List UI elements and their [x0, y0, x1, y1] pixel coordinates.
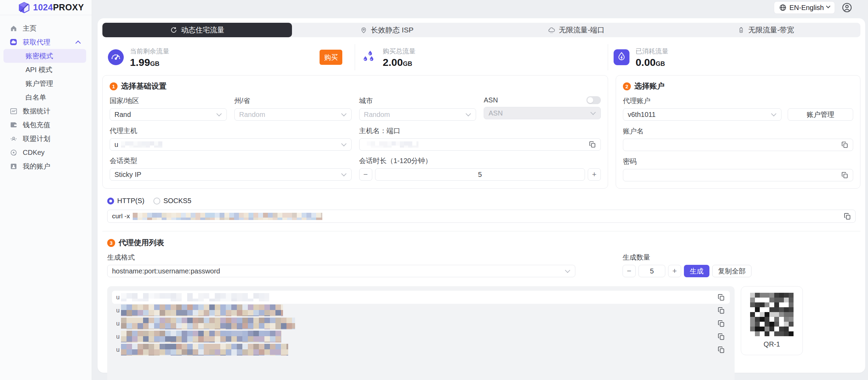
proxy-host-select[interactable]: u	[110, 138, 352, 151]
format-select[interactable]: hostname:port:username:password	[107, 265, 575, 277]
protocol-socks5-label: SOCKS5	[163, 197, 191, 205]
duration-plus-button[interactable]: +	[588, 168, 601, 181]
redacted-proxy-string	[121, 344, 288, 356]
account-manage-button[interactable]: 账户管理	[788, 108, 853, 121]
account-section-title: 2 选择账户	[623, 81, 853, 91]
copy-password-button[interactable]	[840, 171, 849, 180]
sidebar-item-wallet[interactable]: 钱包充值	[0, 118, 92, 132]
chart-icon	[9, 107, 18, 116]
step-badge: 3	[107, 239, 115, 247]
format-value: hostname:port:username:password	[112, 267, 220, 275]
protocol-socks5-option[interactable]: SOCKS5	[153, 197, 191, 205]
copy-all-button[interactable]: 复制全部	[712, 265, 751, 277]
generate-button[interactable]: 生成	[684, 265, 709, 277]
password-label: 密码	[623, 157, 853, 166]
id-card-icon	[9, 162, 18, 171]
proxy-list-row: u	[112, 304, 730, 317]
radio-selected-icon	[107, 198, 114, 204]
water-drops-icon	[361, 49, 376, 65]
sidebar-item-account-management[interactable]: 账户管理	[0, 77, 86, 90]
asn-toggle[interactable]	[586, 96, 601, 104]
section-divider	[102, 231, 860, 231]
redacted-host	[121, 141, 162, 148]
country-select[interactable]: Rand	[110, 108, 227, 121]
copy-row-button[interactable]	[717, 293, 726, 302]
proxy-list-section: 3 代理使用列表 生成格式 hostname:port:username:pas…	[107, 238, 856, 277]
proxy-list-row: u	[112, 317, 730, 330]
sidebar-item-label: 钱包充值	[23, 120, 50, 130]
user-avatar-button[interactable]	[841, 2, 853, 13]
buy-button[interactable]: 购买	[320, 50, 342, 65]
asn-select[interactable]: ASN	[484, 107, 601, 119]
radio-unselected-icon	[153, 198, 160, 204]
proxy-row-prefix: u	[116, 320, 120, 327]
state-select[interactable]: Random	[234, 108, 352, 121]
tab-label: 无限流量-端口	[559, 25, 605, 35]
stat-number: 1.99	[130, 57, 150, 68]
redacted-curl-command	[133, 213, 322, 220]
hostname-port-input[interactable]	[359, 138, 601, 151]
sidebar-item-api-mode[interactable]: API 模式	[0, 63, 86, 77]
qr-code-card[interactable]: QR-1	[741, 286, 803, 355]
count-plus-button[interactable]: +	[668, 265, 681, 277]
stat-label: 已消耗流量	[636, 47, 668, 56]
duration-minus-button[interactable]: −	[359, 168, 372, 181]
city-select[interactable]: Random	[359, 108, 476, 121]
chevron-up-icon	[75, 40, 81, 46]
product-tabbar: 动态住宅流量 长效静态 ISP 无限流量-端口 无限流量-带宽	[102, 23, 860, 37]
stat-text: 当前剩余流量 1.99GB	[130, 47, 169, 68]
password-input[interactable]	[623, 169, 853, 181]
language-selector[interactable]: EN-English	[774, 1, 835, 14]
tab-static-isp[interactable]: 长效静态 ISP	[292, 23, 482, 37]
curl-prefix: curl -x	[112, 212, 130, 220]
duration-value: 5	[478, 171, 482, 179]
copy-row-button[interactable]	[717, 306, 726, 315]
curl-command-row: curl -x	[107, 210, 856, 223]
sidebar-item-home[interactable]: 主页	[0, 21, 92, 35]
tab-dynamic-residential[interactable]: 动态住宅流量	[102, 23, 292, 37]
sidebar-item-label: 主页	[23, 24, 37, 33]
tab-label: 无限流量-带宽	[748, 25, 794, 35]
proxy-list-row: u	[112, 291, 730, 304]
copy-curl-button[interactable]	[843, 212, 852, 221]
sidebar-item-statistics[interactable]: 数据统计	[0, 104, 92, 118]
copy-row-button[interactable]	[717, 319, 726, 328]
duration-input[interactable]: 5	[375, 168, 585, 181]
count-minus-button[interactable]: −	[623, 265, 636, 277]
brand-name: 1024PROXY	[33, 2, 84, 12]
sidebar-item-my-account[interactable]: 我的账户	[0, 159, 92, 173]
results-row: u u u u	[107, 286, 856, 380]
sidebar-item-get-proxy[interactable]: 获取代理	[0, 35, 92, 49]
copy-row-button[interactable]	[717, 332, 726, 341]
redacted-hostname	[367, 141, 418, 148]
sidebar-item-label: 账户管理	[26, 79, 53, 88]
field-country: 国家/地区 Rand	[110, 96, 227, 121]
logo[interactable]: 1024PROXY	[0, 0, 92, 15]
proxy-row-prefix: u	[116, 346, 120, 353]
sidebar-item-whitelist[interactable]: 白名单	[0, 90, 86, 104]
city-label: 城市	[359, 96, 476, 106]
proxy-account-select[interactable]: v6th1011	[623, 108, 781, 121]
main-content-card: 动态住宅流量 长效静态 ISP 无限流量-端口 无限流量-带宽 当前剩余流量	[98, 18, 865, 373]
brand-rest: PROXY	[53, 2, 84, 12]
tab-label: 长效静态 ISP	[371, 25, 414, 35]
stat-text: 购买总流量 2.00GB	[383, 47, 415, 68]
sidebar-item-label: 账密模式	[26, 51, 53, 61]
copy-row-button[interactable]	[717, 345, 726, 354]
curl-command-field[interactable]: curl -x	[107, 210, 856, 223]
proxy-row-prefix: u	[116, 294, 120, 301]
copy-hostname-button[interactable]	[588, 140, 597, 149]
count-input[interactable]: 5	[638, 265, 665, 277]
tab-unlimited-port[interactable]: 无限流量-端口	[482, 23, 671, 37]
sidebar-item-affiliate[interactable]: 联盟计划	[0, 132, 92, 146]
username-input[interactable]	[623, 139, 853, 151]
sidebar-item-cdkey[interactable]: CDKey	[0, 146, 92, 159]
state-label: 州/省	[234, 96, 352, 106]
protocol-http-option[interactable]: HTTP(S)	[107, 197, 144, 205]
copy-username-button[interactable]	[840, 140, 849, 149]
session-type-select[interactable]: Sticky IP	[110, 168, 352, 181]
tab-unlimited-bandwidth[interactable]: 无限流量-带宽	[671, 23, 860, 37]
sidebar-item-credential-mode[interactable]: 账密模式	[3, 49, 86, 63]
proxy-list-box: u u u u	[107, 286, 735, 380]
qr-code-label: QR-1	[741, 340, 803, 348]
